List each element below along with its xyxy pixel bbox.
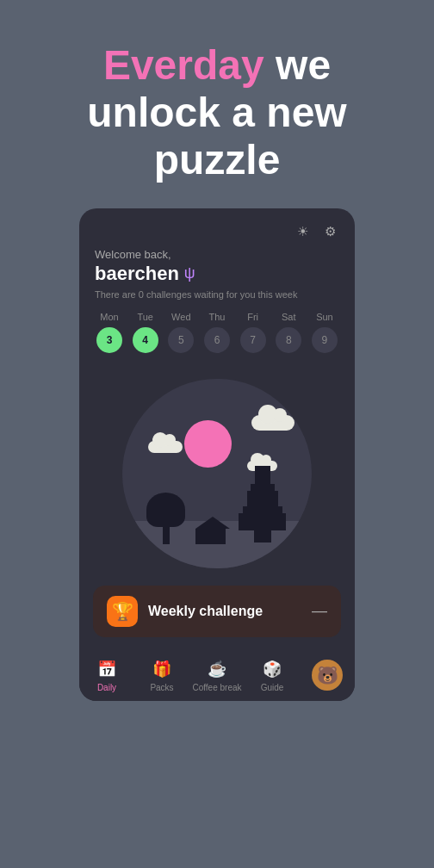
pagoda	[239, 466, 286, 542]
tree-top	[146, 493, 185, 527]
guide-label: Guide	[261, 683, 284, 692]
hero-highlight: Everday	[103, 42, 264, 88]
hero-section: Everday we unlock a new puzzle	[53, 41, 381, 184]
tree	[146, 493, 185, 544]
pavilion-body	[195, 529, 226, 544]
weekly-challenge-bar[interactable]: 🏆 Weekly challenge —	[93, 586, 341, 637]
coffee-label: Coffee break	[192, 683, 241, 692]
packs-label: Packs	[150, 683, 173, 692]
daily-label: Daily	[97, 683, 116, 692]
coffee-icon: ☕	[206, 658, 228, 680]
challenge-info: There are 0 challenges waiting for you t…	[95, 289, 339, 300]
pagoda-tier3	[247, 491, 278, 506]
nav-item-coffee[interactable]: ☕ Coffee break	[189, 658, 245, 692]
day-fri[interactable]: Fri 7	[240, 312, 266, 353]
pagoda-tier1	[255, 466, 270, 485]
days-row: Mon 3 Tue 4 Wed 5 Thu 6 Fri 7 Sat 8	[95, 312, 339, 353]
day-circle-thu[interactable]: 6	[204, 327, 230, 353]
scene-circle	[122, 379, 312, 568]
daily-icon: 📅	[96, 658, 118, 680]
card-header: ☀ ⚙ Welcome back, baerchen ψ There are 0…	[79, 208, 355, 362]
day-circle-sat[interactable]: 8	[276, 327, 301, 353]
day-label-wed: Wed	[171, 312, 190, 322]
day-label-thu: Thu	[208, 312, 225, 322]
nav-item-daily[interactable]: 📅 Daily	[79, 658, 134, 692]
pagoda-tier4	[243, 506, 282, 513]
day-sat[interactable]: Sat 8	[276, 312, 301, 353]
cloud1	[251, 415, 294, 431]
pavilion-roof	[195, 517, 230, 529]
nav-item-guide[interactable]: 🎲 Guide	[245, 658, 300, 692]
day-thu[interactable]: Thu 6	[204, 312, 230, 353]
hero-line3: puzzle	[154, 137, 281, 183]
welcome-text: Welcome back,	[95, 248, 339, 261]
pavilion	[195, 517, 230, 544]
day-label-sun: Sun	[316, 312, 333, 322]
day-wed[interactable]: Wed 5	[168, 312, 194, 353]
hero-rest: we	[264, 42, 331, 88]
day-label-mon: Mon	[100, 312, 118, 322]
pagoda-base	[254, 530, 271, 542]
card-top-icons: ☀ ⚙	[95, 222, 339, 241]
bottom-nav: 📅 Daily 🎁 Packs ☕ Coffee break 🎲 Guide 🐻	[79, 651, 355, 701]
hero-title: Everday we unlock a new puzzle	[87, 41, 346, 184]
guide-icon: 🎲	[261, 658, 283, 680]
day-tue[interactable]: Tue 4	[133, 312, 158, 353]
phone-card: ☀ ⚙ Welcome back, baerchen ψ There are 0…	[79, 208, 355, 701]
username-symbol: ψ	[184, 264, 195, 282]
nav-item-packs[interactable]: 🎁 Packs	[134, 658, 189, 692]
illustration-area	[79, 362, 355, 577]
day-mon[interactable]: Mon 3	[96, 312, 122, 353]
username-label: baerchen	[95, 263, 179, 285]
day-sun[interactable]: Sun 9	[312, 312, 338, 353]
day-circle-fri[interactable]: 7	[240, 327, 266, 353]
moon	[184, 420, 232, 468]
gear-icon[interactable]: ⚙	[320, 222, 339, 241]
tree-trunk	[163, 527, 170, 544]
day-circle-sun[interactable]: 9	[312, 327, 338, 353]
dash-icon: —	[312, 602, 327, 620]
brightness-icon[interactable]: ☀	[293, 222, 312, 241]
weekly-challenge-label: Weekly challenge	[148, 604, 263, 619]
bear-avatar[interactable]: 🐻	[312, 660, 343, 691]
pagoda-tier5	[239, 513, 286, 530]
day-circle-wed[interactable]: 5	[168, 327, 194, 353]
day-circle-mon[interactable]: 3	[96, 327, 122, 353]
cloud2	[148, 441, 183, 453]
hero-line2: unlock a new	[87, 90, 346, 135]
day-circle-tue[interactable]: 4	[133, 327, 158, 353]
trophy-icon: 🏆	[107, 596, 138, 627]
day-label-tue: Tue	[137, 312, 153, 322]
pagoda-tier2	[251, 484, 275, 491]
packs-icon: 🎁	[151, 658, 173, 680]
nav-item-avatar[interactable]: 🐻	[300, 660, 355, 691]
day-label-fri: Fri	[247, 312, 258, 322]
day-label-sat: Sat	[282, 312, 296, 322]
username-row: baerchen ψ	[95, 263, 339, 285]
